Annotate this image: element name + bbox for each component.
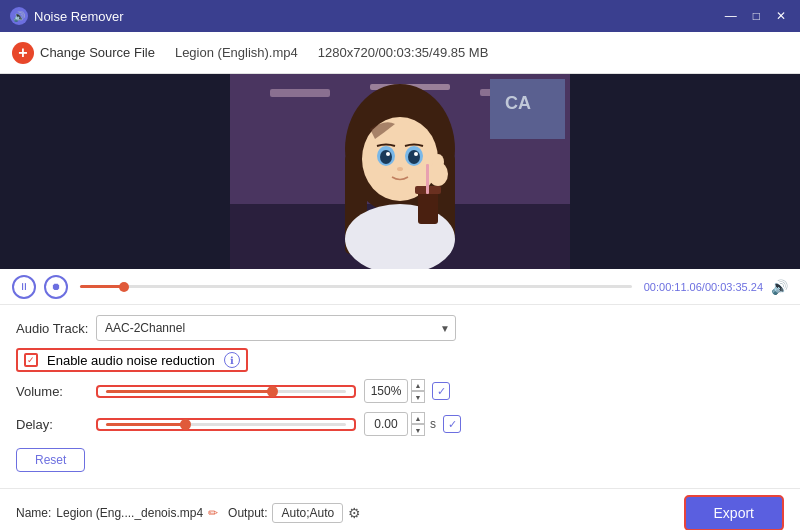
- delay-value-wrapper: 0.00 ▲ ▼ s ✓: [364, 412, 461, 436]
- svg-point-17: [414, 152, 418, 156]
- noise-reduction-label: Enable audio noise reduction: [47, 353, 215, 368]
- volume-label: Volume:: [16, 384, 96, 399]
- svg-point-15: [408, 150, 420, 164]
- video-preview: CA: [0, 74, 800, 269]
- progress-fill: [80, 285, 124, 288]
- title-bar: 🔊 Noise Remover — □ ✕: [0, 0, 800, 32]
- progress-bar[interactable]: [80, 285, 632, 288]
- svg-point-18: [397, 167, 403, 171]
- window-controls: — □ ✕: [721, 7, 790, 25]
- edit-icon[interactable]: ✏: [208, 506, 218, 520]
- reset-row: Reset: [16, 444, 784, 476]
- noise-reduction-checkbox[interactable]: ✓: [24, 353, 38, 367]
- pause-button[interactable]: ⏸: [12, 275, 36, 299]
- volume-track[interactable]: [106, 390, 346, 393]
- svg-point-16: [386, 152, 390, 156]
- progress-thumb: [119, 282, 129, 292]
- svg-rect-3: [270, 89, 330, 97]
- video-thumbnail: CA: [230, 74, 570, 269]
- video-frame: CA: [230, 74, 570, 269]
- close-button[interactable]: ✕: [772, 7, 790, 25]
- delay-value: 0.00: [364, 412, 408, 436]
- volume-spinners: ▲ ▼: [411, 379, 425, 403]
- svg-text:CA: CA: [505, 93, 531, 113]
- delay-label: Delay:: [16, 417, 96, 432]
- delay-thumb: [180, 419, 191, 430]
- noise-reduction-box: ✓ Enable audio noise reduction ℹ: [16, 348, 248, 372]
- volume-thumb: [267, 386, 278, 397]
- name-item: Name: Legion (Eng...._denois.mp4 ✏: [16, 506, 218, 520]
- svg-point-14: [380, 150, 392, 164]
- delay-fill: [106, 423, 183, 426]
- plus-icon: +: [12, 42, 34, 64]
- name-value: Legion (Eng...._denois.mp4: [56, 506, 203, 520]
- volume-row: Volume: 150% ▲ ▼ ✓: [16, 378, 784, 404]
- file-details: 1280x720/00:03:35/49.85 MB: [318, 45, 489, 60]
- export-button[interactable]: Export: [684, 495, 784, 530]
- name-label: Name:: [16, 506, 51, 520]
- volume-fill: [106, 390, 269, 393]
- output-item: Output: Auto;Auto ⚙: [228, 503, 361, 523]
- audio-track-label: Audio Track:: [16, 321, 96, 336]
- delay-spin-up[interactable]: ▲: [411, 412, 425, 424]
- stop-button[interactable]: ⏺: [44, 275, 68, 299]
- output-label: Output:: [228, 506, 267, 520]
- volume-slider-wrapper: [96, 385, 356, 398]
- volume-spin-down[interactable]: ▼: [411, 391, 425, 403]
- noise-reduction-row: ✓ Enable audio noise reduction ℹ: [16, 348, 784, 372]
- volume-value-wrapper: 150% ▲ ▼ ✓: [364, 379, 450, 403]
- volume-icon[interactable]: 🔊: [771, 279, 788, 295]
- delay-track[interactable]: [106, 423, 346, 426]
- audio-track-select-wrapper: AAC-2Channel ▼: [96, 315, 456, 341]
- playback-controls: ⏸ ⏺ 00:00:11.06/00:03:35.24 🔊: [0, 269, 800, 305]
- delay-sync-icon[interactable]: ✓: [443, 415, 461, 433]
- volume-value: 150%: [364, 379, 408, 403]
- settings-panel: Audio Track: AAC-2Channel ▼ ✓ Enable aud…: [0, 305, 800, 488]
- delay-unit: s: [430, 417, 436, 431]
- file-name: Legion (English).mp4: [175, 45, 298, 60]
- app-icon: 🔊: [10, 7, 28, 25]
- svg-rect-22: [418, 189, 438, 224]
- output-value: Auto;Auto: [272, 503, 343, 523]
- delay-spin-down[interactable]: ▼: [411, 424, 425, 436]
- delay-slider-wrapper: [96, 418, 356, 431]
- volume-sync-icon[interactable]: ✓: [432, 382, 450, 400]
- noise-info-icon[interactable]: ℹ: [224, 352, 240, 368]
- svg-point-20: [428, 162, 448, 186]
- toolbar: + Change Source File Legion (English).mp…: [0, 32, 800, 74]
- time-display: 00:00:11.06/00:03:35.24: [644, 281, 763, 293]
- app-title: Noise Remover: [34, 9, 721, 24]
- audio-track-row: Audio Track: AAC-2Channel ▼: [16, 315, 784, 341]
- delay-row: Delay: 0.00 ▲ ▼ s ✓: [16, 411, 784, 437]
- maximize-button[interactable]: □: [749, 7, 764, 25]
- change-source-button[interactable]: + Change Source File: [12, 42, 155, 64]
- audio-track-select[interactable]: AAC-2Channel: [96, 315, 456, 341]
- change-source-label: Change Source File: [40, 45, 155, 60]
- bottom-bar: Name: Legion (Eng...._denois.mp4 ✏ Outpu…: [0, 488, 800, 530]
- minimize-button[interactable]: —: [721, 7, 741, 25]
- gear-icon[interactable]: ⚙: [348, 505, 361, 521]
- reset-button[interactable]: Reset: [16, 448, 85, 472]
- volume-spin-up[interactable]: ▲: [411, 379, 425, 391]
- svg-rect-24: [426, 164, 429, 194]
- delay-spinners: ▲ ▼: [411, 412, 425, 436]
